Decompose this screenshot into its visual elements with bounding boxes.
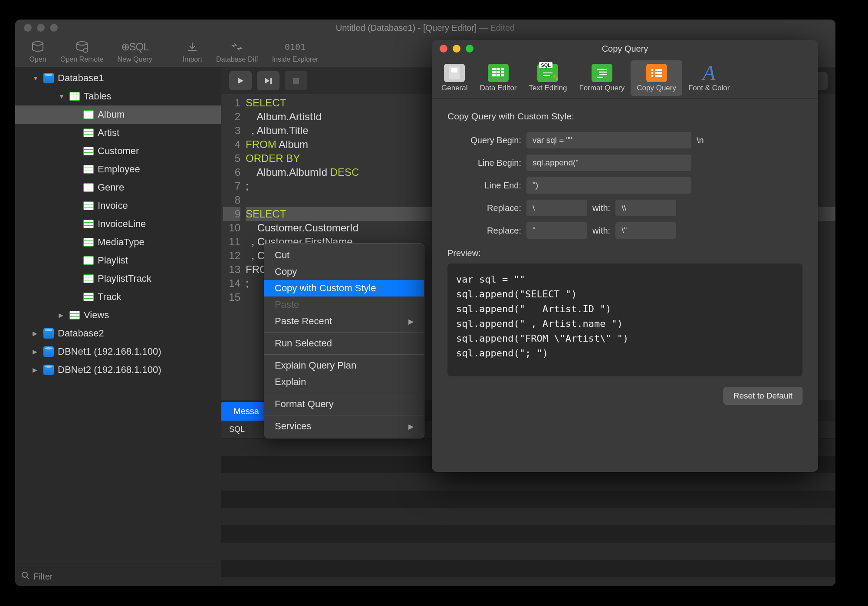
tree-item-dbnet2-192-168-1-100-[interactable]: ▶DBNet2 (192.168.1.100) xyxy=(15,361,221,379)
chevron-right-icon: ▶ xyxy=(408,317,414,326)
prefs-tab-copy-query[interactable]: Copy Query xyxy=(631,60,682,96)
ctx-copy[interactable]: Copy xyxy=(264,263,424,280)
close-window-button[interactable] xyxy=(24,24,32,32)
query-begin-input[interactable] xyxy=(526,132,691,148)
replace2-input[interactable] xyxy=(526,222,587,239)
tree-item-label: InvoiceLine xyxy=(98,218,146,230)
tree-item-database2[interactable]: ▶Database2 xyxy=(15,324,221,343)
svg-rect-11 xyxy=(501,68,504,70)
svg-rect-15 xyxy=(492,74,496,76)
ctx-run-selected[interactable]: Run Selected xyxy=(264,335,424,352)
tree-item-label: Artist xyxy=(98,127,119,138)
new-query-button[interactable]: ⊕SQL New Query xyxy=(112,38,158,65)
svg-point-27 xyxy=(651,69,653,71)
tree-item-playlisttrack[interactable]: PlaylistTrack xyxy=(15,270,221,288)
ctx-explain[interactable]: Explain xyxy=(264,374,424,390)
run-button[interactable] xyxy=(229,71,252,90)
list-icon xyxy=(646,64,667,82)
tree-item-views[interactable]: ▶Views xyxy=(15,306,221,324)
tree-item-label: Invoice xyxy=(98,200,128,211)
tree-item-label: Database1 xyxy=(58,72,104,84)
table-icon xyxy=(83,165,94,174)
tree-item-dbnet1-192-168-1-100-[interactable]: ▶DBNet1 (192.168.1.100) xyxy=(15,343,221,361)
prefs-tab-text-editing[interactable]: SQL ✎ Text Editing xyxy=(523,60,573,96)
ctx-format[interactable]: Format Query xyxy=(264,396,424,412)
format-icon xyxy=(592,64,612,82)
svg-rect-17 xyxy=(501,74,504,76)
svg-point-0 xyxy=(33,42,43,45)
tree-item-genre[interactable]: Genre xyxy=(15,178,221,197)
stop-button[interactable] xyxy=(285,71,307,90)
filter-input[interactable] xyxy=(33,572,215,582)
tree-item-customer[interactable]: Customer xyxy=(15,142,221,160)
folder-icon xyxy=(69,92,80,101)
database-icon xyxy=(43,346,54,357)
tree-item-track[interactable]: Track xyxy=(15,288,221,306)
ctx-explain-plan[interactable]: Explain Query Plan xyxy=(264,357,424,374)
disclosure-icon[interactable]: ▶ xyxy=(33,366,39,373)
switch-icon xyxy=(444,64,465,82)
svg-rect-32 xyxy=(655,75,662,77)
tree-item-artist[interactable]: Artist xyxy=(15,124,221,142)
open-remote-button[interactable]: Open Remote xyxy=(55,38,109,65)
ctx-cut[interactable]: Cut xyxy=(264,247,424,263)
minimize-window-button[interactable] xyxy=(37,24,45,32)
tree-item-invoice[interactable]: Invoice xyxy=(15,197,221,215)
disclosure-icon[interactable]: ▶ xyxy=(33,348,39,355)
preview-label: Preview: xyxy=(447,248,802,258)
database-tree[interactable]: ▼Database1▼TablesAlbumArtistCustomerEmpl… xyxy=(15,67,221,567)
tree-item-database1[interactable]: ▼Database1 xyxy=(15,69,221,87)
tree-item-label: Album xyxy=(98,109,125,120)
tree-item-invoiceline[interactable]: InvoiceLine xyxy=(15,215,221,233)
ctx-services[interactable]: Services▶ xyxy=(264,418,424,435)
table-icon xyxy=(83,201,94,210)
prefs-tab-font-color[interactable]: A Font & Color xyxy=(682,60,736,96)
traffic-lights xyxy=(24,24,58,32)
line-gutter: 123456789101112131415 xyxy=(221,94,246,400)
disclosure-icon[interactable]: ▼ xyxy=(59,93,66,100)
inside-explorer-button[interactable]: 0101 Inside Explorer xyxy=(267,38,324,65)
table-icon xyxy=(83,147,94,155)
prefs-traffic-lights xyxy=(440,45,473,53)
tree-item-mediatype[interactable]: MediaType xyxy=(15,233,221,251)
table-icon xyxy=(83,274,94,283)
replace1-input[interactable] xyxy=(526,200,587,216)
with2-input[interactable] xyxy=(615,222,676,239)
database-diff-button[interactable]: Database Diff xyxy=(211,38,263,65)
prefs-titlebar: Copy Query xyxy=(432,40,818,57)
ctx-copy-custom[interactable]: Copy with Custom Style xyxy=(264,280,424,296)
line-end-input[interactable] xyxy=(526,177,691,194)
filter-bar xyxy=(15,567,221,586)
with2-label: with: xyxy=(592,226,610,236)
tree-item-album[interactable]: Album xyxy=(15,105,221,124)
disclosure-icon[interactable]: ▼ xyxy=(33,75,39,82)
database-icon xyxy=(43,328,54,339)
sql-edit-icon: SQL ✎ xyxy=(537,64,558,82)
replace2-label: Replace: xyxy=(447,226,521,236)
run-step-button[interactable] xyxy=(257,71,279,90)
line-begin-input[interactable] xyxy=(526,155,691,171)
import-button[interactable]: Import xyxy=(178,38,207,65)
preview-box: var sql = "" sql.append("SELECT ") sql.a… xyxy=(447,263,802,376)
open-button[interactable]: Open xyxy=(24,38,52,65)
with1-input[interactable] xyxy=(615,200,676,216)
reset-button[interactable]: Reset to Default xyxy=(723,387,802,405)
maximize-window-button[interactable] xyxy=(50,24,58,32)
disclosure-icon[interactable]: ▶ xyxy=(59,312,66,319)
svg-point-2 xyxy=(83,48,88,53)
tree-item-employee[interactable]: Employee xyxy=(15,160,221,178)
svg-rect-13 xyxy=(496,71,500,73)
prefs-maximize-button[interactable] xyxy=(466,45,473,53)
ctx-paste-recent[interactable]: Paste Recent▶ xyxy=(264,313,424,329)
sql-column-header[interactable]: SQL xyxy=(229,425,245,434)
prefs-minimize-button[interactable] xyxy=(453,45,460,53)
tree-item-label: DBNet1 (192.168.1.100) xyxy=(58,346,161,357)
table-icon xyxy=(83,128,94,137)
tree-item-tables[interactable]: ▼Tables xyxy=(15,87,221,105)
prefs-tab-general[interactable]: General xyxy=(435,60,473,96)
disclosure-icon[interactable]: ▶ xyxy=(33,330,39,337)
prefs-tab-data-editor[interactable]: Data Editor xyxy=(473,60,523,96)
prefs-close-button[interactable] xyxy=(440,45,447,53)
prefs-tab-format-query[interactable]: Format Query xyxy=(573,60,631,96)
tree-item-playlist[interactable]: Playlist xyxy=(15,251,221,270)
